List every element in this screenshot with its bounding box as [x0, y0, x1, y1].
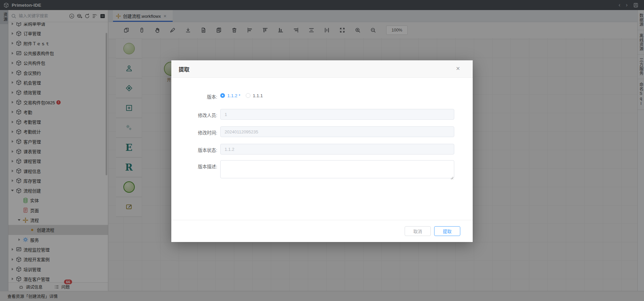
version-status-field: [220, 144, 454, 155]
version-status-label: 版本状态:: [179, 146, 217, 153]
dialog-body: 版本: 1.1.2 * 1.1.1 修改人员: 修改时间: 版本状态: 版本描述…: [171, 78, 473, 220]
dialog-header: 提取 ×: [171, 60, 473, 78]
radio-unselected-icon[interactable]: [246, 93, 250, 98]
modifier-field: [220, 109, 454, 120]
version-radio-group: 1.1.2 * 1.1.1: [220, 92, 263, 99]
extract-dialog: 提取 × 版本: 1.1.2 * 1.1.1 修改人员: 修改时间: 版本状态:…: [171, 60, 473, 242]
dialog-close-icon[interactable]: ×: [456, 65, 460, 72]
version-label: 版本:: [179, 93, 217, 100]
modifier-label: 修改人员:: [179, 112, 217, 118]
extract-button[interactable]: 提取: [434, 226, 460, 236]
dialog-title: 提取: [179, 65, 189, 73]
version-desc-label: 版本描述:: [179, 163, 217, 170]
modify-time-label: 修改时间:: [179, 129, 217, 136]
version-option-2[interactable]: 1.1.1: [253, 93, 263, 98]
modify-time-field: [220, 126, 454, 137]
dialog-footer: 取消 提取: [171, 220, 473, 242]
version-option-1[interactable]: 1.1.2 *: [227, 93, 240, 98]
cancel-button[interactable]: 取消: [405, 226, 431, 236]
version-desc-field[interactable]: [220, 160, 454, 178]
radio-selected-icon[interactable]: [220, 93, 225, 98]
